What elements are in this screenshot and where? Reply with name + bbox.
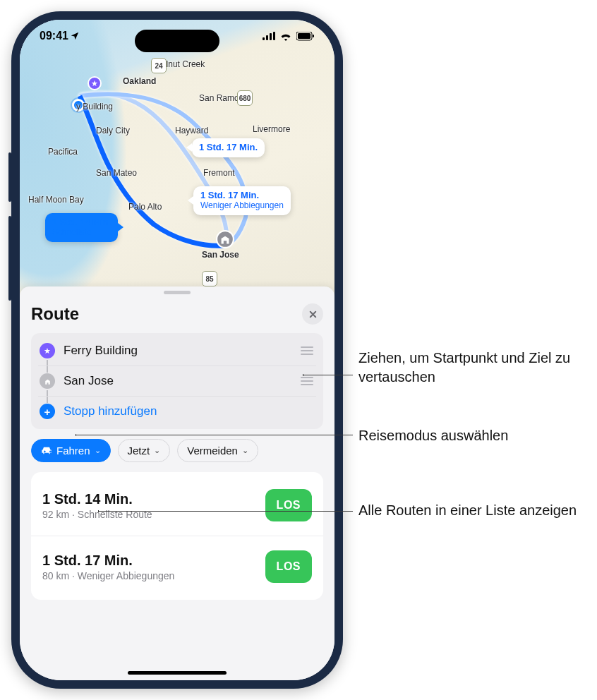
route-callout-alt2[interactable]: 1 Std. 17 Min. Weniger Abbiegungen xyxy=(193,186,291,215)
destination-pin-icon[interactable] xyxy=(216,230,234,248)
depart-time-label: Jetzt xyxy=(128,445,150,457)
chevron-down-icon: ⌄ xyxy=(242,446,248,455)
annotation-lead xyxy=(303,375,353,375)
go-button[interactable]: LOS xyxy=(265,489,312,521)
annotation-lead xyxy=(99,511,353,512)
annotation-swap: Ziehen, um Startpunkt und Ziel zu vertau… xyxy=(358,349,597,387)
reorder-handle[interactable] xyxy=(299,346,315,355)
avoid-chip[interactable]: Vermeiden ⌄ xyxy=(177,439,258,462)
route-sheet[interactable]: Route ★ Ferry Building xyxy=(20,286,334,680)
routes-list: 1 Std. 14 Min. 92 km · Schnellste Route … xyxy=(31,472,323,600)
origin-icon: ★ xyxy=(40,343,55,358)
chevron-down-icon: ⌄ xyxy=(95,446,101,455)
highway-shield: 680 xyxy=(237,90,253,106)
avoid-label: Vermeiden xyxy=(187,445,238,457)
route-time: 1 Std. 17 Min. xyxy=(42,553,174,569)
origin-pin-icon[interactable]: ★ xyxy=(88,76,102,90)
route-option[interactable]: 1 Std. 14 Min. 92 km · Schnellste Route … xyxy=(31,475,323,536)
route-time: 1 Std. 14 Min. xyxy=(42,491,152,507)
location-services-icon xyxy=(70,31,80,41)
sheet-grabber[interactable] xyxy=(164,291,191,294)
origin-label: Ferry Building xyxy=(64,344,291,358)
callout-time: 1 Std. 14 Min. xyxy=(52,217,111,227)
car-icon xyxy=(41,446,52,455)
svg-rect-2 xyxy=(270,33,272,40)
dynamic-island xyxy=(135,30,219,52)
annotation-list: Alle Routen in einer Liste anzeigen xyxy=(358,501,577,520)
svg-rect-3 xyxy=(273,32,275,40)
sheet-title: Route xyxy=(31,304,79,324)
callout-sub: Schnellste xyxy=(52,228,111,238)
callout-time: 1 Std. 17 Min. xyxy=(200,190,259,200)
close-button[interactable] xyxy=(302,303,323,325)
travel-mode-chip[interactable]: Fahren ⌄ xyxy=(31,439,111,462)
close-icon xyxy=(308,310,318,319)
annotation-mode: Reisemodus auswählen xyxy=(358,426,508,445)
highway-shield: 24 xyxy=(151,58,167,73)
route-meta: 80 km · Weniger Abbiegungen xyxy=(42,570,174,581)
stops-card: ★ Ferry Building San Jose + xyxy=(31,333,323,429)
stop-row-origin[interactable]: ★ Ferry Building xyxy=(38,336,316,366)
callout-time: 1 Std. 17 Min. xyxy=(199,142,258,152)
map-view[interactable]: ★ Walnut CreekOaklandSan Ramony Building… xyxy=(20,20,334,295)
cellular-icon xyxy=(263,32,275,40)
svg-rect-6 xyxy=(313,35,314,37)
svg-rect-0 xyxy=(263,37,265,40)
go-button[interactable]: LOS xyxy=(265,550,312,583)
route-callout-fastest[interactable]: 1 Std. 14 Min. Schnellste xyxy=(45,213,118,242)
destination-label: San Jose xyxy=(64,374,291,388)
route-meta: 92 km · Schnellste Route xyxy=(42,509,152,520)
wifi-icon xyxy=(279,32,292,41)
battery-icon xyxy=(296,32,315,41)
chevron-down-icon: ⌄ xyxy=(154,446,160,455)
phone-frame: 09:41 xyxy=(11,11,343,689)
status-time: 09:41 xyxy=(40,30,68,42)
route-callout-alt1[interactable]: 1 Std. 17 Min. xyxy=(192,138,265,157)
route-option[interactable]: 1 Std. 17 Min. 80 km · Weniger Abbiegung… xyxy=(31,536,323,597)
depart-time-chip[interactable]: Jetzt ⌄ xyxy=(118,439,171,462)
svg-rect-1 xyxy=(266,35,268,40)
svg-rect-5 xyxy=(298,33,310,39)
stop-row-destination[interactable]: San Jose xyxy=(38,366,316,396)
add-stop-label: Stopp hinzufügen xyxy=(64,404,315,418)
screen: 09:41 xyxy=(20,20,334,680)
destination-icon xyxy=(40,373,55,389)
travel-mode-label: Fahren xyxy=(56,445,90,457)
current-location-dot xyxy=(72,99,85,111)
reorder-handle[interactable] xyxy=(299,377,315,385)
add-stop-row[interactable]: + Stopp hinzufügen xyxy=(38,396,316,426)
highway-shield: 85 xyxy=(202,271,217,286)
filter-bar: Fahren ⌄ Jetzt ⌄ Vermeiden ⌄ xyxy=(31,439,323,462)
callout-sub: Weniger Abbiegungen xyxy=(200,201,284,211)
home-indicator[interactable] xyxy=(128,671,227,675)
annotation-lead xyxy=(76,435,353,435)
add-stop-icon: + xyxy=(40,404,55,419)
